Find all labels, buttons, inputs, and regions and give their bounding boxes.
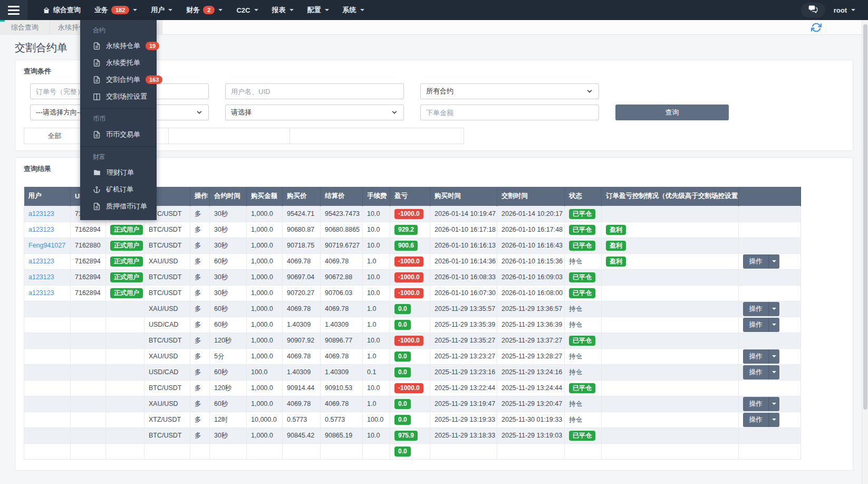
cell-uid (71, 380, 106, 396)
user-link[interactable]: a123123 (28, 258, 54, 265)
cell-user-type: 正式用户 (106, 253, 144, 269)
nav-item-user[interactable]: 用户 (144, 0, 179, 20)
cell-status: 持仓 (565, 364, 602, 380)
action-split-button[interactable]: 操作 (743, 413, 779, 427)
cell-settle-time: 2025-11-29 13:20:47 (497, 396, 565, 412)
cell-amount: 1,000.0 (247, 238, 283, 253)
action-dropdown-toggle[interactable] (768, 302, 779, 316)
nav-item-config[interactable]: 配置 (301, 0, 336, 20)
menu-item-label: 永续委托单 (106, 58, 140, 68)
menu-item-label: 矿机订单 (106, 185, 133, 194)
pnl-badge: 0.0 (394, 367, 411, 377)
chat-button[interactable] (801, 3, 825, 17)
action-dropdown-toggle[interactable] (768, 254, 779, 269)
action-button[interactable]: 操作 (743, 254, 768, 269)
pnl-badge: 0.0 (394, 447, 411, 457)
nav-item-label: 报表 (272, 5, 286, 15)
nav-item-system[interactable]: 系统 (336, 0, 371, 20)
cell-actions: 操作 (739, 364, 801, 380)
amount-input[interactable] (420, 105, 599, 120)
menu-item[interactable]: 交割合约单163 (80, 71, 157, 88)
cell-amount: 1,000.0 (247, 396, 283, 412)
menu-item-label: 永续持仓单 (106, 41, 140, 51)
action-button[interactable]: 操作 (743, 365, 768, 379)
action-button[interactable]: 操作 (743, 349, 768, 364)
cell-direction: 多 (190, 285, 210, 301)
user-link[interactable]: a123123 (28, 226, 54, 233)
cell-buy-time: 2026-01-10 16:17:18 (430, 222, 497, 238)
user-link[interactable]: a123123 (28, 273, 54, 281)
nav-item-finance[interactable]: 财务2 (179, 0, 229, 20)
filter-tab-0[interactable]: 全部 (24, 128, 85, 144)
refresh-icon[interactable] (811, 22, 822, 33)
action-dropdown-toggle[interactable] (768, 318, 779, 332)
status-select[interactable]: 请选择 (225, 105, 404, 120)
action-split-button[interactable]: 操作 (743, 302, 779, 316)
menu-item[interactable]: 交割场控设置 (80, 88, 157, 105)
cell-status: 已平仓 (565, 333, 602, 348)
main-nav: 综合查询业务182用户财务2C2C报表配置系统 (36, 0, 371, 20)
menu-item[interactable]: 永续持仓单19 (80, 37, 157, 54)
cell-pnl-control (602, 364, 739, 380)
cell-actions: 操作 (739, 317, 801, 333)
scrollbar-thumb[interactable] (863, 24, 867, 410)
user-uid-input[interactable] (225, 83, 404, 99)
cell-amount: 1,000.0 (247, 380, 283, 396)
menu-item[interactable]: 矿机订单 (80, 181, 157, 198)
col-header-11: 购买时间 (430, 187, 497, 206)
hamburger-menu-icon[interactable] (0, 0, 27, 20)
action-dropdown-toggle[interactable] (768, 349, 779, 364)
user-link[interactable]: a123123 (28, 289, 54, 297)
cell-buy-price: 4069.78 (283, 396, 321, 412)
action-button[interactable]: 操作 (743, 318, 768, 332)
cell-status: 持仓 (565, 348, 602, 364)
nav-item-business[interactable]: 业务182 (88, 0, 144, 20)
cell-fee: 1.0 (363, 253, 390, 269)
open-tab-overview[interactable]: 综合查询 (0, 20, 50, 34)
user-link[interactable]: a123123 (28, 210, 54, 217)
action-button[interactable]: 操作 (743, 397, 768, 411)
nav-item-c2c[interactable]: C2C (229, 0, 265, 20)
cell-pnl: -1000.0 (390, 285, 430, 301)
menu-item[interactable]: 币币交易单 (80, 126, 157, 143)
contract-select[interactable]: 所有合约 (420, 83, 599, 99)
action-split-button[interactable]: 操作 (743, 318, 779, 332)
cell-settle-price (321, 443, 363, 459)
user-link[interactable]: Feng941027 (28, 242, 65, 249)
action-button[interactable]: 操作 (743, 413, 768, 427)
menu-item[interactable]: 质押借币订单 (80, 198, 157, 215)
search-button[interactable]: 查询 (615, 105, 729, 120)
cell-fee: 10.0 (363, 285, 390, 301)
action-button[interactable]: 操作 (743, 302, 768, 316)
pnl-badge: -1000.0 (394, 272, 423, 282)
filter-tab-3[interactable] (290, 128, 464, 144)
cell-amount: 1,000.0 (247, 285, 283, 301)
user-menu[interactable]: root (834, 6, 855, 14)
cell-user (24, 428, 71, 443)
action-dropdown-toggle[interactable] (768, 397, 779, 411)
cell-direction: 多 (190, 428, 210, 443)
cell-settle-time: 2025-11-29 13:36:39 (497, 317, 565, 333)
action-split-button[interactable]: 操作 (743, 365, 779, 379)
cell-pnl: 0.0 (390, 396, 430, 412)
action-split-button[interactable]: 操作 (743, 349, 779, 364)
table-row: XTZ/USDT多12时10,000.00.57730.5773100.00.0… (24, 412, 801, 428)
menu-item-badge: 19 (146, 42, 159, 50)
cell-fee: 10.0 (363, 222, 390, 238)
cell-settle-time: 2025-11-30 01:19:33 (497, 412, 565, 428)
nav-item-report[interactable]: 报表 (265, 0, 301, 20)
cell-settle-time: 2026-01-10 16:15:36 (497, 253, 565, 269)
action-split-button[interactable]: 操作 (743, 254, 779, 269)
action-dropdown-toggle[interactable] (768, 413, 779, 427)
filter-tab-2[interactable] (169, 128, 290, 144)
cell-pnl-control (602, 333, 739, 348)
action-split-button[interactable]: 操作 (743, 397, 779, 411)
cell-buy-price: 0.5773 (283, 412, 321, 428)
pnl-badge: 929.2 (394, 225, 418, 235)
menu-item[interactable]: 永续委托单 (80, 54, 157, 71)
nav-item-dashboard[interactable]: 综合查询 (36, 0, 88, 20)
menu-item[interactable]: 理财订单 (80, 164, 157, 181)
home-icon (43, 7, 50, 14)
cell-uid: 7162894 (71, 285, 106, 301)
action-dropdown-toggle[interactable] (768, 365, 779, 379)
